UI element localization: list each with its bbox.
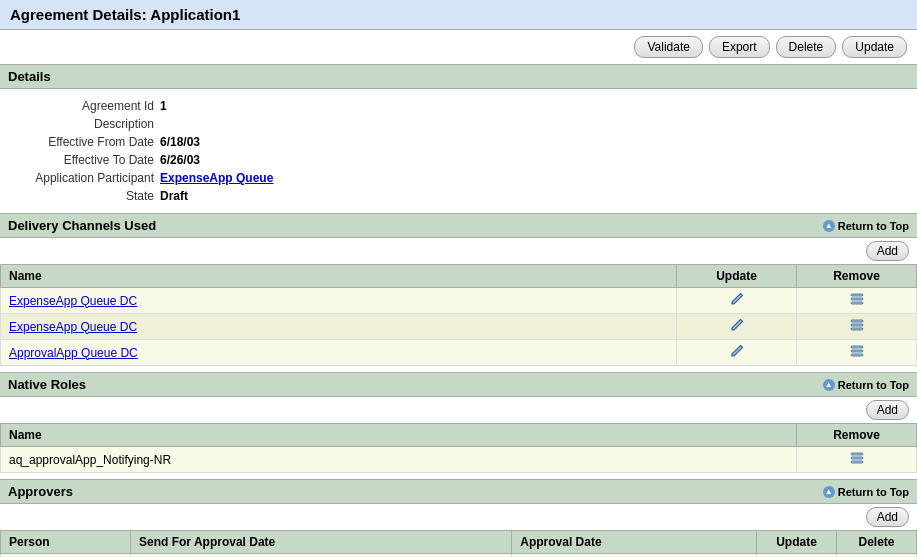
approvers-return-to-top[interactable]: ▲ Return to Top (823, 486, 909, 498)
approvers-section-header: Approvers ▲ Return to Top (0, 479, 917, 504)
agreement-id-label: Agreement Id (10, 99, 160, 113)
dc-row-name[interactable]: ExpenseApp Queue DC (1, 314, 677, 340)
app-col-update: Update (757, 531, 837, 554)
state-row: State Draft (10, 187, 907, 205)
details-content: Agreement Id 1 Description Effective Fro… (0, 89, 917, 213)
effective-from-row: Effective From Date 6/18/03 (10, 133, 907, 151)
native-roles-return-to-top[interactable]: ▲ Return to Top (823, 379, 909, 391)
details-section-title: Details (8, 69, 51, 84)
page-title: Agreement Details: Application1 (0, 0, 917, 30)
return-to-top-icon: ▲ (823, 220, 835, 232)
app-row-person[interactable]: ip (1, 554, 131, 558)
agreement-id-row: Agreement Id 1 (10, 97, 907, 115)
svg-rect-7 (851, 350, 863, 352)
return-to-top-icon-3: ▲ (823, 486, 835, 498)
table-row: ExpenseApp Queue DC (1, 288, 917, 314)
details-section-header: Details (0, 64, 917, 89)
nr-col-name: Name (1, 424, 797, 447)
delivery-channels-return-to-top[interactable]: ▲ Return to Top (823, 220, 909, 232)
validate-button[interactable]: Validate (634, 36, 702, 58)
delete-button[interactable]: Delete (776, 36, 837, 58)
dc-col-remove: Remove (797, 265, 917, 288)
dc-col-update: Update (677, 265, 797, 288)
description-label: Description (10, 117, 160, 131)
toolbar: Validate Export Delete Update (0, 30, 917, 64)
native-roles-section-header: Native Roles ▲ Return to Top (0, 372, 917, 397)
svg-rect-1 (851, 298, 863, 300)
app-row-send-date: 6/18/03 (131, 554, 512, 558)
effective-to-label: Effective To Date (10, 153, 160, 167)
dc-row-remove[interactable] (797, 314, 917, 340)
dc-name-link[interactable]: ExpenseApp Queue DC (9, 294, 137, 308)
app-row-update[interactable] (757, 554, 837, 558)
app-col-delete: Delete (837, 531, 917, 554)
native-roles-add-button[interactable]: Add (866, 400, 909, 420)
approvers-section-title: Approvers (8, 484, 73, 499)
approvers-add-button[interactable]: Add (866, 507, 909, 527)
delivery-channels-return-to-top-label: Return to Top (838, 220, 909, 232)
nr-row-name: aq_approvalApp_Notifying-NR (1, 447, 797, 473)
svg-rect-8 (851, 354, 863, 356)
svg-rect-6 (851, 346, 863, 348)
delivery-channels-add-row: Add (0, 238, 917, 264)
app-col-person: Person (1, 531, 131, 554)
effective-from-value: 6/18/03 (160, 135, 200, 149)
description-row: Description (10, 115, 907, 133)
app-col-send-date: Send For Approval Date (131, 531, 512, 554)
app-row-delete[interactable] (837, 554, 917, 558)
svg-rect-3 (851, 320, 863, 322)
native-roles-table: Name Remove aq_approvalApp_Notifying-NR (0, 423, 917, 473)
effective-to-row: Effective To Date 6/26/03 (10, 151, 907, 169)
app-participant-link[interactable]: ExpenseApp Queue (160, 171, 273, 185)
nr-row-remove[interactable] (797, 447, 917, 473)
approvers-return-to-top-label: Return to Top (838, 486, 909, 498)
app-participant-value[interactable]: ExpenseApp Queue (160, 171, 273, 185)
state-value: Draft (160, 189, 188, 203)
table-row: ApprovalApp Queue DC (1, 340, 917, 366)
dc-row-name[interactable]: ApprovalApp Queue DC (1, 340, 677, 366)
agreement-id-value: 1 (160, 99, 167, 113)
dc-name-link[interactable]: ApprovalApp Queue DC (9, 346, 138, 360)
dc-row-update[interactable] (677, 314, 797, 340)
effective-from-label: Effective From Date (10, 135, 160, 149)
native-roles-return-to-top-label: Return to Top (838, 379, 909, 391)
state-label: State (10, 189, 160, 203)
dc-row-remove[interactable] (797, 288, 917, 314)
app-participant-row: Application Participant ExpenseApp Queue (10, 169, 907, 187)
effective-to-value: 6/26/03 (160, 153, 200, 167)
export-button[interactable]: Export (709, 36, 770, 58)
delivery-channels-add-button[interactable]: Add (866, 241, 909, 261)
dc-row-update[interactable] (677, 288, 797, 314)
delivery-channels-section-title: Delivery Channels Used (8, 218, 156, 233)
update-button[interactable]: Update (842, 36, 907, 58)
return-to-top-icon-2: ▲ (823, 379, 835, 391)
table-row: aq_approvalApp_Notifying-NR (1, 447, 917, 473)
svg-rect-11 (851, 461, 863, 463)
approvers-table: Person Send For Approval Date Approval D… (0, 530, 917, 557)
table-row: ExpenseApp Queue DC (1, 314, 917, 340)
app-col-approval-date: Approval Date (512, 531, 757, 554)
svg-rect-0 (851, 294, 863, 296)
delivery-channels-section-header: Delivery Channels Used ▲ Return to Top (0, 213, 917, 238)
svg-rect-2 (851, 302, 863, 304)
svg-rect-10 (851, 457, 863, 459)
native-roles-section-title: Native Roles (8, 377, 86, 392)
svg-rect-9 (851, 453, 863, 455)
approvers-add-row: Add (0, 504, 917, 530)
svg-rect-5 (851, 328, 863, 330)
nr-col-remove: Remove (797, 424, 917, 447)
dc-row-name[interactable]: ExpenseApp Queue DC (1, 288, 677, 314)
table-row: ip 6/18/03 (1, 554, 917, 558)
native-roles-add-row: Add (0, 397, 917, 423)
app-row-approval-date (512, 554, 757, 558)
delivery-channels-table: Name Update Remove ExpenseApp Queue DC E… (0, 264, 917, 366)
app-participant-label: Application Participant (10, 171, 160, 185)
dc-row-update[interactable] (677, 340, 797, 366)
dc-col-name: Name (1, 265, 677, 288)
dc-name-link[interactable]: ExpenseApp Queue DC (9, 320, 137, 334)
dc-row-remove[interactable] (797, 340, 917, 366)
svg-rect-4 (851, 324, 863, 326)
